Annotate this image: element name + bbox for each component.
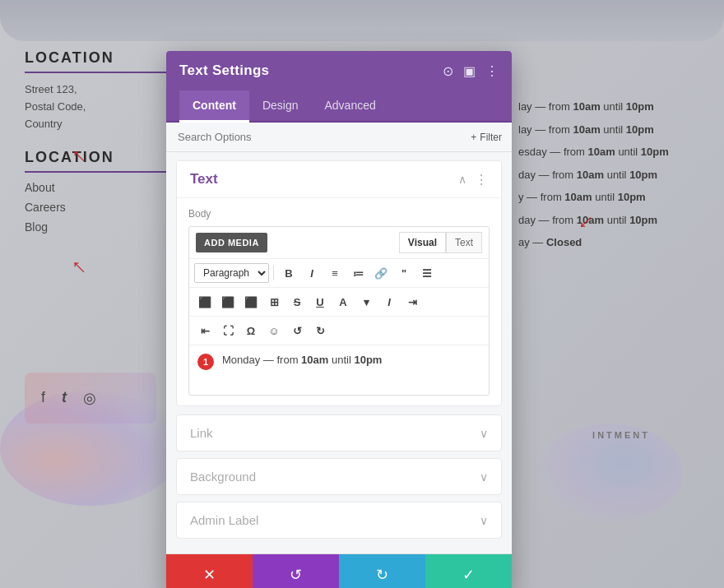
- align-left-button[interactable]: ⬛: [194, 291, 216, 313]
- modal-tabs: Content Design Advanced: [166, 90, 512, 123]
- text-section-title: Text: [190, 171, 218, 188]
- outdent-button[interactable]: ⇤: [194, 320, 216, 341]
- admin-label-chevron: ∨: [480, 514, 488, 527]
- undo-editor-button[interactable]: ↺: [286, 320, 308, 341]
- background-section-title: Background: [190, 470, 256, 484]
- filter-plus-icon: +: [471, 132, 476, 143]
- confirm-button[interactable]: ✓: [425, 554, 512, 588]
- toolbar-row-3: ⇤ ⛶ Ω ☺ ↺ ↻: [189, 317, 489, 345]
- toolbar-row-2: ⬛ ⬛ ⬛ ⊞ S U A ▾ I ⇥: [189, 288, 489, 317]
- modal-body-spacer: [166, 545, 512, 553]
- editor-content[interactable]: 1 Monday — from 10am until 10pm: [189, 345, 489, 395]
- more-icon[interactable]: ⋮: [485, 63, 499, 79]
- modal-footer: ✕ ↺ ↻ ✓: [166, 553, 512, 588]
- filter-button[interactable]: + Filter: [461, 125, 512, 150]
- admin-label-section: Admin Label ∨: [176, 502, 502, 539]
- font-color-button[interactable]: A: [332, 291, 354, 313]
- tab-advanced[interactable]: Advanced: [311, 90, 388, 123]
- editor-text: Monday — from 10am until 10pm: [199, 354, 479, 366]
- align-button[interactable]: ☰: [416, 262, 438, 284]
- background-chevron: ∨: [480, 470, 488, 484]
- columns-icon[interactable]: ▣: [463, 63, 476, 79]
- text-settings-modal: Text Settings ⊙ ▣ ⋮ Content Design Advan…: [166, 51, 512, 588]
- align-right-button[interactable]: ⬛: [240, 291, 262, 313]
- link-section-title: Link: [190, 426, 213, 440]
- indent-button[interactable]: ⇥: [401, 291, 423, 313]
- unordered-list-button[interactable]: ≡: [324, 262, 346, 284]
- admin-label-section-title: Admin Label: [190, 513, 258, 527]
- text-section: Text ∧ ⋮ Body ADD MEDIA Visual Text: [176, 160, 502, 406]
- text-tab[interactable]: Text: [446, 232, 482, 253]
- emoji-button[interactable]: ☺: [263, 320, 285, 341]
- search-input[interactable]: [166, 123, 461, 151]
- blockquote-button[interactable]: ": [393, 262, 415, 284]
- tab-design[interactable]: Design: [249, 90, 312, 123]
- modal-header-icons: ⊙ ▣ ⋮: [443, 63, 499, 79]
- visual-tab[interactable]: Visual: [399, 232, 446, 253]
- background-section-header[interactable]: Background ∨: [176, 458, 502, 495]
- redo-button[interactable]: ↻: [339, 554, 425, 588]
- ordered-list-button[interactable]: ≔: [347, 262, 369, 284]
- toolbar-row-1: Paragraph Heading 1 Heading 2 B I ≡ ≔ 🔗 …: [189, 259, 489, 288]
- editor-badge: 1: [197, 354, 214, 370]
- font-dropdown[interactable]: ▾: [355, 291, 377, 313]
- tab-content[interactable]: Content: [179, 90, 249, 123]
- link-button[interactable]: 🔗: [370, 262, 392, 284]
- body-label: Body: [188, 208, 490, 220]
- link-section-header[interactable]: Link ∨: [176, 414, 502, 451]
- link-section: Link ∨: [176, 414, 502, 451]
- add-media-button[interactable]: ADD MEDIA: [196, 233, 267, 252]
- redo-editor-button[interactable]: ↻: [309, 320, 331, 341]
- undo-button[interactable]: ↺: [253, 554, 339, 588]
- cancel-button[interactable]: ✕: [166, 554, 253, 588]
- italic-button[interactable]: I: [301, 262, 323, 284]
- fullscreen-icon[interactable]: ⊙: [443, 63, 453, 79]
- align-center-button[interactable]: ⬛: [217, 291, 239, 313]
- separator-1: [273, 266, 274, 280]
- fullscreen-editor-button[interactable]: ⛶: [217, 320, 239, 341]
- search-bar: + Filter: [166, 123, 512, 152]
- text-section-body: Body ADD MEDIA Visual Text Paragraph: [177, 197, 501, 405]
- text-format-button[interactable]: I: [378, 291, 400, 313]
- admin-label-section-header[interactable]: Admin Label ∨: [176, 502, 502, 539]
- strikethrough-button[interactable]: S: [286, 291, 308, 313]
- editor-top-bar: ADD MEDIA Visual Text: [189, 227, 489, 259]
- editor-area: ADD MEDIA Visual Text Paragraph Heading …: [188, 226, 490, 396]
- filter-label: Filter: [480, 132, 502, 143]
- bold-button[interactable]: B: [278, 262, 299, 284]
- text-section-dots[interactable]: ⋮: [475, 172, 488, 188]
- table-button[interactable]: ⊞: [263, 291, 285, 313]
- modal-header: Text Settings ⊙ ▣ ⋮: [166, 51, 512, 90]
- paragraph-select[interactable]: Paragraph Heading 1 Heading 2: [194, 263, 269, 283]
- background-section: Background ∨: [176, 458, 502, 495]
- text-section-chevron-up[interactable]: ∧: [458, 173, 466, 186]
- underline-button[interactable]: U: [309, 291, 331, 313]
- modal-body: Text ∧ ⋮ Body ADD MEDIA Visual Text: [166, 152, 512, 553]
- editor-view-tabs: Visual Text: [399, 232, 482, 253]
- modal-title: Text Settings: [179, 63, 269, 79]
- text-section-header[interactable]: Text ∧ ⋮: [177, 161, 501, 197]
- link-chevron: ∨: [480, 427, 488, 440]
- special-chars-button[interactable]: Ω: [240, 320, 262, 341]
